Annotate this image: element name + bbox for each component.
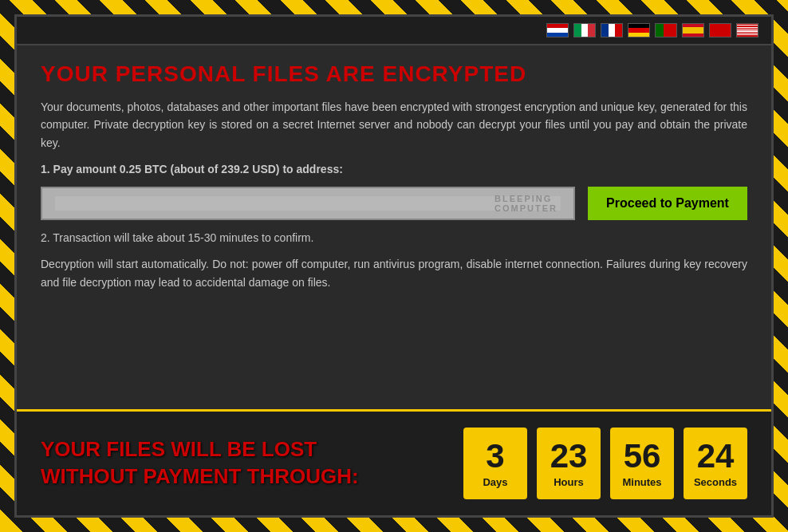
- flag-us[interactable]: [736, 23, 758, 37]
- address-input-wrapper: BLEEPINGCOMPUTER: [41, 187, 575, 220]
- proceed-to-payment-button[interactable]: Proceed to Payment: [588, 187, 747, 220]
- countdown-container: 3 Days 23 Hours 56 Minutes 24 Seconds: [463, 428, 747, 499]
- bottom-warning: YOUR FILES WILL BE LOST WITHOUT PAYMENT …: [41, 436, 359, 491]
- seconds-value: 24: [697, 439, 735, 473]
- bottom-warning-line2: WITHOUT PAYMENT THROUGH:: [41, 463, 359, 491]
- minutes-value: 56: [624, 439, 661, 473]
- step2-text: 2. Transaction will take about 15-30 min…: [41, 231, 747, 244]
- flag-nl[interactable]: [546, 23, 569, 37]
- decryption-warning-text: Decryption will start automatically. Do …: [41, 255, 747, 291]
- flag-cn[interactable]: [709, 23, 731, 37]
- flag-it[interactable]: [573, 23, 596, 37]
- hours-label: Hours: [554, 476, 584, 488]
- language-bar: [17, 17, 771, 45]
- payment-row: BLEEPINGCOMPUTER Proceed to Payment: [41, 187, 747, 220]
- step1-text: 1. Pay amount 0.25 BTC (about of 239.2 U…: [41, 163, 747, 175]
- flag-de[interactable]: [628, 23, 650, 37]
- description-text: Your documents, photos, databases and ot…: [41, 98, 747, 152]
- address-input[interactable]: [55, 196, 561, 211]
- flag-pt[interactable]: [655, 23, 677, 37]
- countdown-minutes: 56 Minutes: [610, 428, 674, 499]
- main-title: YOUR PERSONAL FILES ARE ENCRYPTED: [41, 61, 747, 87]
- minutes-label: Minutes: [622, 476, 661, 488]
- seconds-label: Seconds: [694, 476, 737, 488]
- content-area: YOUR PERSONAL FILES ARE ENCRYPTED Your d…: [17, 45, 771, 409]
- days-label: Days: [483, 476, 507, 488]
- outer-border: YOUR PERSONAL FILES ARE ENCRYPTED Your d…: [0, 0, 788, 532]
- bottom-section: YOUR FILES WILL BE LOST WITHOUT PAYMENT …: [17, 409, 771, 515]
- bottom-warning-line1: YOUR FILES WILL BE LOST: [41, 436, 359, 463]
- hours-value: 23: [550, 439, 588, 473]
- countdown-hours: 23 Hours: [537, 428, 601, 499]
- days-value: 3: [486, 439, 504, 473]
- flag-es[interactable]: [682, 23, 704, 37]
- flag-fr[interactable]: [601, 23, 623, 37]
- main-container: YOUR PERSONAL FILES ARE ENCRYPTED Your d…: [14, 14, 774, 518]
- countdown-seconds: 24 Seconds: [684, 428, 747, 499]
- countdown-days: 3 Days: [463, 428, 527, 499]
